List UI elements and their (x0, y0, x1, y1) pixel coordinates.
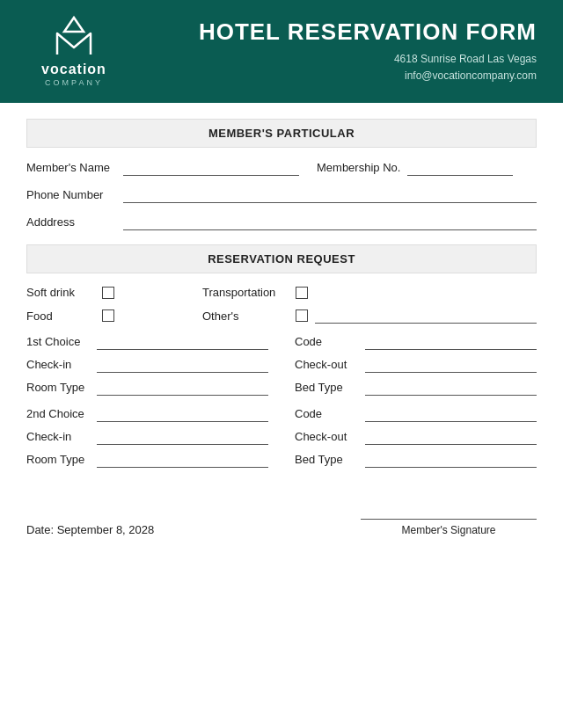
first-bedtype-input[interactable] (365, 380, 537, 396)
second-checkout-label: Check-out (295, 430, 365, 445)
first-choice-title: 1st Choice (26, 335, 97, 350)
first-checkin-input[interactable] (97, 357, 268, 373)
first-roomtype-input[interactable] (97, 380, 268, 396)
second-bedtype-input[interactable] (365, 452, 537, 468)
others-checkbox[interactable] (296, 309, 308, 322)
transportation-item: Transportation (202, 286, 537, 299)
first-choice-code-input[interactable] (365, 334, 537, 350)
others-label: Other's (202, 309, 290, 323)
svg-marker-0 (64, 18, 84, 32)
footer-date: Date: September 8, 2028 (26, 523, 154, 536)
logo-brand: vocation (41, 62, 106, 77)
transportation-label: Transportation (202, 286, 290, 299)
header: vocation COMPANY HOTEL RESERVATION FORM … (0, 0, 563, 103)
second-choice-code-input[interactable] (365, 406, 537, 422)
transportation-checkbox[interactable] (296, 287, 308, 299)
second-roomtype-input[interactable] (97, 452, 268, 468)
phone-input[interactable] (123, 187, 537, 203)
form-body: MEMBER'S PARTICULAR Member's Name Member… (0, 103, 563, 492)
soft-drink-checkbox[interactable] (102, 287, 114, 299)
first-roomtype-label: Room Type (26, 381, 97, 396)
first-choice-code-label: Code (295, 335, 365, 350)
second-choice-code-label: Code (295, 407, 365, 422)
signature-area: Member's Signature (361, 519, 537, 536)
second-checkin-input[interactable] (97, 429, 268, 445)
membership-no-label: Membership No. (317, 161, 400, 176)
first-checkout-input[interactable] (365, 357, 537, 373)
second-roomtype-label: Room Type (26, 453, 97, 468)
first-bedtype-label: Bed Type (295, 381, 365, 396)
membership-group: Membership No. (317, 160, 513, 176)
members-section-header: MEMBER'S PARTICULAR (26, 119, 537, 148)
second-checkout-input[interactable] (365, 429, 537, 445)
address-row: Adddress (26, 215, 537, 230)
reservation-section-header: RESERVATION REQUEST (26, 244, 537, 273)
phone-label: Phone Number (26, 188, 123, 203)
address-label: Adddress (26, 215, 123, 230)
logo-icon (50, 16, 98, 58)
soft-drink-transportation-row: Soft drink Transportation (26, 286, 537, 299)
phone-row: Phone Number (26, 187, 537, 203)
soft-drink-label: Soft drink (26, 286, 97, 299)
second-bedtype-label: Bed Type (295, 453, 365, 468)
address-line1: 4618 Sunrise Road Las Vegas (394, 53, 537, 65)
others-input[interactable] (315, 308, 537, 324)
second-choice-title-input[interactable] (97, 406, 268, 422)
header-address: 4618 Sunrise Road Las Vegas info@vocatio… (127, 51, 537, 84)
soft-drink-item: Soft drink (26, 286, 202, 299)
logo-area: vocation COMPANY (21, 16, 127, 87)
others-item: Other's (202, 308, 537, 324)
logo-sub: COMPANY (45, 78, 103, 87)
footer: Date: September 8, 2028 Member's Signatu… (0, 492, 563, 550)
signature-label: Member's Signature (401, 524, 495, 536)
address-input[interactable] (123, 215, 537, 230)
second-checkin-label: Check-in (26, 430, 97, 445)
page-title: HOTEL RESERVATION FORM (127, 18, 537, 46)
food-item: Food (26, 309, 202, 323)
food-checkbox[interactable] (102, 309, 114, 322)
second-choice-block: 2nd Choice Code Check-in Check-out Room … (26, 406, 537, 468)
member-name-label: Member's Name (26, 161, 123, 176)
first-checkin-label: Check-in (26, 358, 97, 373)
first-choice-title-input[interactable] (97, 334, 268, 350)
header-title-area: HOTEL RESERVATION FORM 4618 Sunrise Road… (127, 18, 537, 85)
second-choice-title: 2nd Choice (26, 407, 97, 422)
signature-line (361, 519, 537, 520)
food-label: Food (26, 309, 97, 323)
food-others-row: Food Other's (26, 308, 537, 324)
first-checkout-label: Check-out (295, 358, 365, 373)
member-name-row: Member's Name Membership No. (26, 160, 537, 176)
member-name-input[interactable] (123, 160, 299, 176)
membership-no-input[interactable] (407, 160, 513, 176)
first-choice-block: 1st Choice Code Check-in Check-out Room … (26, 334, 537, 396)
address-line2: info@vocationcompany.com (405, 69, 537, 82)
